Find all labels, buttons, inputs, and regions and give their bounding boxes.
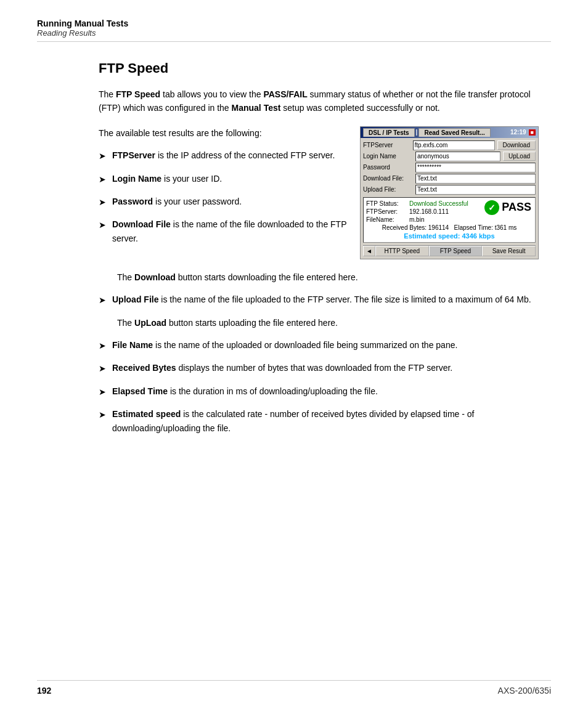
- bullet-content: Download File is the name of the file do…: [112, 217, 348, 245]
- ftp-row-download: Download File:: [363, 174, 536, 184]
- download-note: The Download button starts downloading t…: [117, 270, 539, 284]
- ftp-input-password[interactable]: [415, 163, 536, 172]
- available-text: The available test results are the follo…: [99, 126, 348, 140]
- desc-ftpserver: is the IP address of the connected FTP s…: [158, 150, 335, 160]
- ftp-status-filename-label: FileName:: [366, 216, 409, 223]
- ftp-status-server-label: FTPServer:: [366, 208, 409, 215]
- header-title: Running Manual Tests: [37, 18, 551, 28]
- ftp-status-ftp-label: FTP Status:: [366, 200, 409, 207]
- list-item: ➤ Received Bytes displays the number of …: [99, 361, 539, 375]
- ftp-received-row: Received Bytes: 196114 Elapsed Time: t36…: [366, 224, 533, 231]
- list-item: ➤ Elapsed Time is the duration in ms of …: [99, 384, 539, 399]
- ftp-tab-saved[interactable]: Read Saved Result...: [419, 128, 490, 137]
- pass-label: PASS: [502, 201, 531, 214]
- ftp-received-value: 196114: [428, 224, 454, 231]
- ftp-status-filename-value: m.bin: [409, 216, 424, 223]
- list-item: ➤ FTPServer is the IP address of the con…: [99, 148, 348, 163]
- ftp-status-ftp-value: Download Successful: [409, 200, 468, 207]
- ftp-input-download[interactable]: [415, 174, 536, 184]
- bullet-content: Elapsed Time is the duration in ms of do…: [112, 384, 539, 399]
- ftp-input-server[interactable]: [413, 140, 495, 150]
- term-filename: File Name: [112, 340, 153, 350]
- ftp-bottom-tab-http[interactable]: HTTP Speed: [375, 246, 429, 256]
- list-item: ➤ Estimated speed is the calculated rate…: [99, 407, 539, 435]
- bullet-arrow-icon: ➤: [99, 149, 106, 163]
- ftp-screenshot: DSL / IP Tests | Read Saved Result... 12…: [360, 126, 539, 259]
- bullet-list-rest: ➤ Upload File is the name of the file up…: [99, 293, 539, 307]
- bullet-content: Received Bytes displays the number of by…: [112, 361, 539, 375]
- term-downloadfile: Download File: [112, 219, 171, 229]
- page-number: 192: [37, 686, 51, 696]
- ftp-scroll-left-button[interactable]: ◄: [363, 246, 375, 256]
- page-header: Running Manual Tests Reading Results: [37, 18, 551, 42]
- header-subtitle: Reading Results: [37, 28, 551, 38]
- ftp-titlebar: DSL / IP Tests | Read Saved Result... 12…: [361, 127, 538, 138]
- intro-paragraph: The FTP Speed tab allows you to view the…: [99, 87, 539, 115]
- bullet-arrow-icon: ➤: [99, 362, 106, 375]
- bullet-arrow-icon: ➤: [99, 339, 106, 352]
- bullet-list-more: ➤ File Name is the name of the uploaded …: [99, 338, 539, 435]
- list-item: ➤ Password is your user password.: [99, 195, 348, 209]
- desc-filename: is the name of the uploaded or downloade…: [155, 340, 457, 350]
- bullet-arrow-icon: ➤: [99, 195, 106, 209]
- bullet-content: Password is your user password.: [112, 195, 348, 209]
- bullet-arrow-icon: ➤: [99, 218, 106, 245]
- page-footer: 192 AXS-200/635i: [37, 680, 551, 696]
- term-password: Password: [112, 197, 153, 206]
- ftp-icon: ■: [529, 129, 536, 136]
- ftp-body: FTPServer Download Login Name UpLoad: [361, 138, 538, 259]
- ftp-time: 12:19: [510, 129, 526, 136]
- desc-uploadfile: is the name of the file uploaded to the …: [161, 294, 531, 304]
- bullet-arrow-icon: ➤: [99, 172, 106, 186]
- content-area: The FTP Speed tab allows you to view the…: [99, 87, 539, 435]
- list-item: ➤ File Name is the name of the uploaded …: [99, 338, 539, 352]
- term-receivedbytes: Received Bytes: [112, 363, 176, 373]
- ftp-download-button[interactable]: Download: [497, 140, 536, 150]
- bullet-arrow-icon: ➤: [99, 293, 106, 307]
- ftp-tabs: DSL / IP Tests | Read Saved Result...: [363, 128, 491, 137]
- ftp-titlebar-right: 12:19 ■: [510, 129, 536, 136]
- desc-loginname: is your user ID.: [164, 174, 222, 184]
- ftp-speed-row: Estimated speed: 4346 kbps: [366, 232, 533, 240]
- term-estimatedspeed: Estimated speed: [112, 409, 181, 419]
- model-number: AXS-200/635i: [498, 686, 551, 696]
- ftp-label-server: FTPServer: [363, 142, 413, 148]
- ftp-row-password: Password: [363, 163, 536, 172]
- ftp-bottom-tab-save[interactable]: Save Result: [482, 246, 536, 256]
- ftp-upload-button[interactable]: UpLoad: [503, 152, 536, 161]
- bullet-content: File Name is the name of the uploaded or…: [112, 338, 539, 352]
- ftp-bottom-tabs: ◄ HTTP Speed FTP Speed Save Result: [363, 245, 536, 256]
- ftp-input-login[interactable]: [415, 152, 500, 161]
- list-item: ➤ Upload File is the name of the file up…: [99, 293, 539, 307]
- bullet-content: Login Name is your user ID.: [112, 172, 348, 186]
- ftp-row-login: Login Name UpLoad: [363, 152, 536, 161]
- ftp-speed-value: 4346 kbps: [462, 232, 494, 240]
- ftp-label-download: Download File:: [363, 175, 415, 182]
- bullet-content: Estimated speed is the calculated rate -…: [112, 407, 539, 435]
- list-item: ➤ Login Name is your user ID.: [99, 172, 348, 186]
- ftp-received-label: Received Bytes:: [382, 224, 427, 231]
- bullet-content: FTPServer is the IP address of the conne…: [112, 148, 348, 163]
- ftp-elapsed-label: Elapsed Time:: [454, 224, 493, 231]
- pass-badge: ✓ PASS: [484, 200, 531, 215]
- ftp-input-upload[interactable]: [415, 185, 536, 195]
- ftp-bottom-tab-ftp[interactable]: FTP Speed: [429, 246, 483, 256]
- left-column-text: The available test results are the follo…: [99, 126, 348, 259]
- ftp-screenshot-container: DSL / IP Tests | Read Saved Result... 12…: [360, 126, 539, 259]
- ftp-row-upload: Upload File:: [363, 185, 536, 195]
- ftp-tab-dsl[interactable]: DSL / IP Tests: [363, 128, 415, 137]
- ftp-status-area: ✓ PASS FTP Status: Download Successful F…: [363, 197, 536, 243]
- pass-check-icon: ✓: [484, 200, 499, 215]
- ftp-status-filename: FileName: m.bin: [366, 216, 533, 223]
- desc-elapsedtime: is the duration in ms of downloading/upl…: [170, 386, 378, 396]
- list-item: ➤ Download File is the name of the file …: [99, 217, 348, 245]
- term-loginname: Login Name: [112, 174, 161, 184]
- ftp-status-server-value: 192.168.0.111: [409, 208, 449, 215]
- term-elapsedtime: Elapsed Time: [112, 386, 168, 396]
- ftp-label-upload: Upload File:: [363, 186, 415, 193]
- bullet-arrow-icon: ➤: [99, 385, 106, 399]
- desc-password: is your user password.: [155, 197, 242, 206]
- bullet-list-start: ➤ FTPServer is the IP address of the con…: [99, 148, 348, 245]
- ftp-speed-label: Estimated speed:: [404, 232, 460, 240]
- section-title: FTP Speed: [99, 60, 551, 76]
